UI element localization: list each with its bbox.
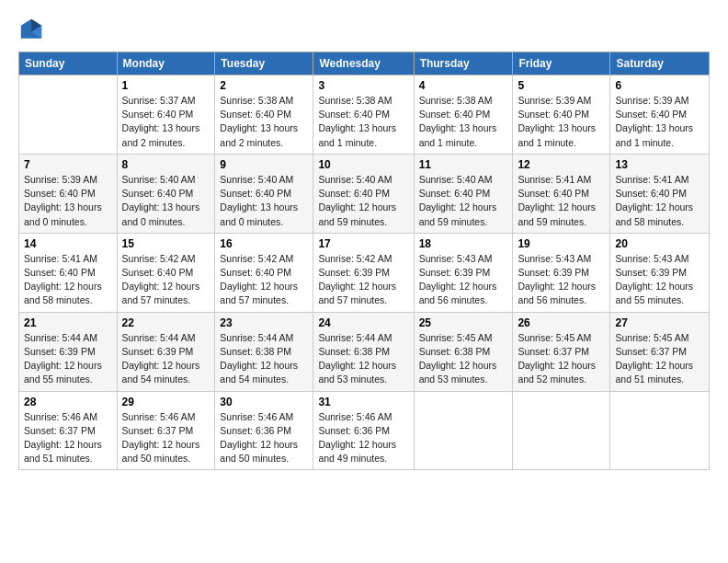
calendar-cell <box>610 391 710 470</box>
day-detail: Sunrise: 5:41 AMSunset: 6:40 PMDaylight:… <box>615 173 704 229</box>
calendar-cell: 21Sunrise: 5:44 AMSunset: 6:39 PMDayligh… <box>19 312 118 391</box>
calendar-cell: 29Sunrise: 5:46 AMSunset: 6:37 PMDayligh… <box>117 391 215 470</box>
logo-icon <box>18 17 44 42</box>
day-number: 19 <box>518 237 605 250</box>
day-detail: Sunrise: 5:39 AMSunset: 6:40 PMDaylight:… <box>615 94 704 150</box>
day-number: 10 <box>318 158 408 171</box>
day-number: 15 <box>122 237 210 250</box>
day-number: 28 <box>24 396 112 408</box>
day-detail: Sunrise: 5:45 AMSunset: 6:37 PMDaylight:… <box>518 331 605 387</box>
day-detail: Sunrise: 5:45 AMSunset: 6:37 PMDaylight:… <box>615 331 704 387</box>
day-number: 13 <box>615 158 704 171</box>
day-number: 21 <box>24 316 112 329</box>
weekday-header-tuesday: Tuesday <box>215 52 313 75</box>
day-detail: Sunrise: 5:43 AMSunset: 6:39 PMDaylight:… <box>615 252 704 308</box>
calendar-week-5: 28Sunrise: 5:46 AMSunset: 6:37 PMDayligh… <box>19 391 710 470</box>
calendar-cell: 3Sunrise: 5:38 AMSunset: 6:40 PMDaylight… <box>313 75 414 155</box>
calendar-cell: 26Sunrise: 5:45 AMSunset: 6:37 PMDayligh… <box>513 312 610 391</box>
day-number: 18 <box>419 237 508 250</box>
day-number: 2 <box>220 79 308 92</box>
weekday-header-row: SundayMondayTuesdayWednesdayThursdayFrid… <box>19 52 710 75</box>
day-detail: Sunrise: 5:40 AMSunset: 6:40 PMDaylight:… <box>419 173 508 229</box>
calendar-cell: 30Sunrise: 5:46 AMSunset: 6:36 PMDayligh… <box>215 391 313 470</box>
calendar-cell: 16Sunrise: 5:42 AMSunset: 6:40 PMDayligh… <box>215 233 313 312</box>
day-number: 8 <box>122 158 210 171</box>
calendar-cell: 11Sunrise: 5:40 AMSunset: 6:40 PMDayligh… <box>414 154 513 233</box>
calendar-cell: 23Sunrise: 5:44 AMSunset: 6:38 PMDayligh… <box>215 312 313 391</box>
calendar-cell: 7Sunrise: 5:39 AMSunset: 6:40 PMDaylight… <box>19 154 118 233</box>
day-number: 24 <box>318 316 408 329</box>
day-number: 17 <box>318 237 408 250</box>
calendar-cell: 14Sunrise: 5:41 AMSunset: 6:40 PMDayligh… <box>19 233 118 312</box>
calendar-week-2: 7Sunrise: 5:39 AMSunset: 6:40 PMDaylight… <box>19 154 710 233</box>
day-detail: Sunrise: 5:43 AMSunset: 6:39 PMDaylight:… <box>419 252 508 308</box>
day-number: 9 <box>220 158 308 171</box>
day-detail: Sunrise: 5:41 AMSunset: 6:40 PMDaylight:… <box>518 173 605 229</box>
day-number: 27 <box>615 316 704 329</box>
calendar-cell: 31Sunrise: 5:46 AMSunset: 6:36 PMDayligh… <box>313 391 414 470</box>
page: SundayMondayTuesdayWednesdayThursdayFrid… <box>0 0 728 481</box>
calendar-cell: 12Sunrise: 5:41 AMSunset: 6:40 PMDayligh… <box>513 154 610 233</box>
day-detail: Sunrise: 5:44 AMSunset: 6:38 PMDaylight:… <box>318 331 408 387</box>
calendar-cell: 4Sunrise: 5:38 AMSunset: 6:40 PMDaylight… <box>414 75 513 155</box>
day-number: 22 <box>122 316 210 329</box>
calendar-cell: 19Sunrise: 5:43 AMSunset: 6:39 PMDayligh… <box>513 233 610 312</box>
weekday-header-wednesday: Wednesday <box>313 52 414 75</box>
calendar-week-4: 21Sunrise: 5:44 AMSunset: 6:39 PMDayligh… <box>19 312 710 391</box>
day-number: 20 <box>615 237 704 250</box>
calendar-cell: 24Sunrise: 5:44 AMSunset: 6:38 PMDayligh… <box>313 312 414 391</box>
calendar-cell: 2Sunrise: 5:38 AMSunset: 6:40 PMDaylight… <box>215 75 313 155</box>
calendar-week-3: 14Sunrise: 5:41 AMSunset: 6:40 PMDayligh… <box>19 233 710 312</box>
calendar-cell: 25Sunrise: 5:45 AMSunset: 6:38 PMDayligh… <box>414 312 513 391</box>
weekday-header-monday: Monday <box>117 52 215 75</box>
weekday-header-sunday: Sunday <box>19 52 118 75</box>
day-detail: Sunrise: 5:46 AMSunset: 6:37 PMDaylight:… <box>24 410 112 466</box>
logo <box>18 17 46 42</box>
day-number: 29 <box>122 396 210 408</box>
day-number: 31 <box>318 396 408 408</box>
day-number: 23 <box>220 316 308 329</box>
calendar-table: SundayMondayTuesdayWednesdayThursdayFrid… <box>18 52 710 470</box>
day-detail: Sunrise: 5:43 AMSunset: 6:39 PMDaylight:… <box>518 252 605 308</box>
calendar-cell <box>513 391 610 470</box>
day-number: 1 <box>122 79 210 92</box>
header <box>18 17 710 42</box>
calendar-cell: 8Sunrise: 5:40 AMSunset: 6:40 PMDaylight… <box>117 154 215 233</box>
day-detail: Sunrise: 5:45 AMSunset: 6:38 PMDaylight:… <box>419 331 508 387</box>
calendar-cell: 9Sunrise: 5:40 AMSunset: 6:40 PMDaylight… <box>215 154 313 233</box>
day-number: 7 <box>24 158 112 171</box>
day-number: 14 <box>24 237 112 250</box>
day-number: 12 <box>518 158 605 171</box>
day-number: 11 <box>419 158 508 171</box>
calendar-week-1: 1Sunrise: 5:37 AMSunset: 6:40 PMDaylight… <box>19 75 710 155</box>
calendar-cell: 22Sunrise: 5:44 AMSunset: 6:39 PMDayligh… <box>117 312 215 391</box>
day-number: 26 <box>518 316 605 329</box>
calendar-cell: 6Sunrise: 5:39 AMSunset: 6:40 PMDaylight… <box>610 75 710 155</box>
day-detail: Sunrise: 5:38 AMSunset: 6:40 PMDaylight:… <box>419 94 508 150</box>
day-number: 25 <box>419 316 508 329</box>
weekday-header-friday: Friday <box>513 52 610 75</box>
weekday-header-thursday: Thursday <box>414 52 513 75</box>
day-detail: Sunrise: 5:39 AMSunset: 6:40 PMDaylight:… <box>518 94 605 150</box>
day-detail: Sunrise: 5:40 AMSunset: 6:40 PMDaylight:… <box>318 173 408 229</box>
day-detail: Sunrise: 5:39 AMSunset: 6:40 PMDaylight:… <box>24 173 112 229</box>
calendar-cell: 15Sunrise: 5:42 AMSunset: 6:40 PMDayligh… <box>117 233 215 312</box>
day-detail: Sunrise: 5:38 AMSunset: 6:40 PMDaylight:… <box>220 94 308 150</box>
day-number: 30 <box>220 396 308 408</box>
day-detail: Sunrise: 5:42 AMSunset: 6:39 PMDaylight:… <box>318 252 408 308</box>
day-detail: Sunrise: 5:37 AMSunset: 6:40 PMDaylight:… <box>122 94 210 150</box>
calendar-cell: 13Sunrise: 5:41 AMSunset: 6:40 PMDayligh… <box>610 154 710 233</box>
calendar-cell: 17Sunrise: 5:42 AMSunset: 6:39 PMDayligh… <box>313 233 414 312</box>
day-detail: Sunrise: 5:42 AMSunset: 6:40 PMDaylight:… <box>220 252 308 308</box>
calendar-cell: 18Sunrise: 5:43 AMSunset: 6:39 PMDayligh… <box>414 233 513 312</box>
day-detail: Sunrise: 5:42 AMSunset: 6:40 PMDaylight:… <box>122 252 210 308</box>
day-detail: Sunrise: 5:44 AMSunset: 6:39 PMDaylight:… <box>122 331 210 387</box>
day-detail: Sunrise: 5:40 AMSunset: 6:40 PMDaylight:… <box>220 173 308 229</box>
calendar-cell: 27Sunrise: 5:45 AMSunset: 6:37 PMDayligh… <box>610 312 710 391</box>
day-number: 6 <box>615 79 704 92</box>
day-detail: Sunrise: 5:40 AMSunset: 6:40 PMDaylight:… <box>122 173 210 229</box>
day-detail: Sunrise: 5:44 AMSunset: 6:38 PMDaylight:… <box>220 331 308 387</box>
calendar-cell <box>19 75 118 155</box>
day-detail: Sunrise: 5:46 AMSunset: 6:36 PMDaylight:… <box>318 410 408 466</box>
day-detail: Sunrise: 5:46 AMSunset: 6:36 PMDaylight:… <box>220 410 308 466</box>
